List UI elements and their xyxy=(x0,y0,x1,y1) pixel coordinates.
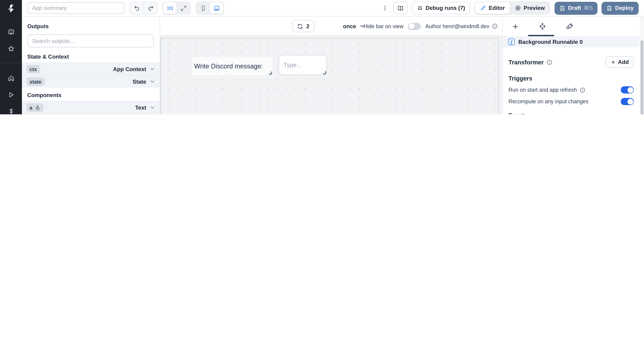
add-label: Add xyxy=(618,59,629,65)
editor-preview-switch: Editor Preview xyxy=(474,1,550,15)
preview-label: Preview xyxy=(524,5,545,11)
mobile-view-button[interactable] xyxy=(196,2,210,14)
outputs-panel: Outputs State & Context ctx App Context … xyxy=(22,16,160,114)
tab-editor[interactable]: Editor xyxy=(475,2,510,14)
favorites-star-icon[interactable] xyxy=(8,45,14,52)
selected-container-outline[interactable] xyxy=(160,38,499,114)
run-on-start-label: Run on start and app refresh xyxy=(508,87,577,93)
more-menu-icon[interactable] xyxy=(381,5,389,11)
author-label: Author henri@windmill.dev xyxy=(425,23,489,29)
runs-play-icon[interactable] xyxy=(8,91,14,98)
redo-button[interactable] xyxy=(144,2,158,14)
state-context-title: State & Context xyxy=(22,49,160,62)
add-transformer-button[interactable]: Add xyxy=(606,56,634,68)
draft-label: Draft xyxy=(568,5,581,11)
chevron-down-icon xyxy=(149,79,155,84)
inspector-tabs xyxy=(503,16,640,36)
run-on-start-row: Run on start and app refresh xyxy=(508,86,634,94)
docs-book-button[interactable] xyxy=(393,2,408,14)
undo-redo-group xyxy=(129,2,158,14)
desktop-view-button[interactable] xyxy=(210,2,223,14)
output-row-a[interactable]: a Text xyxy=(22,101,160,114)
deploy-label: Deploy xyxy=(615,5,634,11)
run-on-start-toggle[interactable] xyxy=(621,86,634,94)
apps-icon[interactable] xyxy=(8,28,14,36)
components-title: Components xyxy=(22,88,160,101)
info-icon xyxy=(492,23,498,29)
hide-bar-toggle[interactable] xyxy=(408,23,421,30)
pen-icon xyxy=(480,5,486,11)
resize-handle[interactable] xyxy=(323,71,326,74)
canvas-toolbar: 2 once Hide bar on view Author henri@win… xyxy=(160,16,502,36)
outputs-title: Outputs xyxy=(27,23,49,30)
deploy-button[interactable]: Deploy xyxy=(602,2,639,14)
app-window: Debug runs (7) Editor Preview Draft ⌘S xyxy=(0,0,644,114)
frequency-dropdown[interactable]: once xyxy=(343,20,365,32)
hide-bar-label: Hide bar on view xyxy=(364,23,404,29)
selected-runnable-title: Background Runnable 0 xyxy=(518,39,582,45)
search-outputs-input[interactable] xyxy=(27,34,154,48)
variables-dollar-icon[interactable] xyxy=(8,108,14,114)
recompute-row: Recompute on any input changes xyxy=(508,98,634,105)
refresh-count: 2 xyxy=(306,23,310,29)
refresh-icon xyxy=(297,23,303,29)
ctx-badge[interactable]: ctx xyxy=(26,65,40,73)
output-row-b[interactable]: b Text Input xyxy=(22,114,160,114)
text-input-component[interactable]: Type... xyxy=(278,55,327,75)
a-badge[interactable]: a xyxy=(26,103,44,112)
triggers-title: Triggers xyxy=(508,75,634,82)
state-badge[interactable]: state xyxy=(26,77,45,86)
info-icon xyxy=(546,59,552,65)
selected-runnable-header: f Background Runnable 0 xyxy=(503,36,640,48)
function-icon: f xyxy=(508,38,515,45)
device-toggle-group xyxy=(196,1,224,15)
inspector-panel: f Background Runnable 0 Transformer Add … xyxy=(502,16,640,114)
topbar-actions: Debug runs (7) Editor Preview Draft ⌘S xyxy=(381,1,639,15)
frequency-value: once xyxy=(343,23,356,29)
output-row-ctx[interactable]: ctx App Context xyxy=(22,62,160,75)
scrollbar[interactable] xyxy=(640,16,644,114)
undo-button[interactable] xyxy=(130,2,144,14)
output-row-state[interactable]: state State xyxy=(22,75,160,88)
rail-divider xyxy=(0,62,22,63)
state-type: State xyxy=(132,78,146,85)
app-summary-input[interactable] xyxy=(27,2,125,14)
left-icon-rail xyxy=(0,0,22,114)
tab-insert-plus-icon[interactable] xyxy=(512,23,519,30)
app-canvas[interactable]: Write Discord message: Type... Press me … xyxy=(160,36,502,114)
a-type: Text xyxy=(135,104,146,111)
top-toolbar: Debug runs (7) Editor Preview Draft ⌘S xyxy=(22,0,644,16)
debug-runs-label: Debug runs (7) xyxy=(426,5,465,11)
text-component[interactable]: Write Discord message: xyxy=(192,57,272,75)
chevron-down-icon xyxy=(149,66,155,72)
scrollbar-thumb[interactable] xyxy=(640,40,644,114)
draft-button[interactable]: Draft ⌘S xyxy=(554,2,598,14)
chevron-down-icon xyxy=(149,105,155,110)
events-title: Events xyxy=(508,112,634,114)
save-icon xyxy=(560,5,565,11)
plus-icon xyxy=(610,60,616,65)
recompute-label: Recompute on any input changes xyxy=(508,98,588,105)
center-align-button[interactable] xyxy=(163,2,177,14)
ctx-type: App Context xyxy=(113,66,146,72)
editor-label: Editor xyxy=(489,5,505,11)
resize-handle[interactable] xyxy=(269,72,272,75)
pointer-hand-icon xyxy=(35,105,40,110)
home-icon[interactable] xyxy=(8,75,14,82)
tab-preview[interactable]: Preview xyxy=(510,2,550,14)
windmill-logo-icon[interactable] xyxy=(6,4,16,14)
active-tab-underline xyxy=(528,35,554,36)
recompute-toggle[interactable] xyxy=(621,98,634,105)
draft-shortcut: ⌘S xyxy=(584,5,593,11)
text-component-label: Write Discord message: xyxy=(194,62,263,70)
transformer-title: Transformer xyxy=(508,59,544,66)
expand-canvas-button[interactable] xyxy=(177,2,190,14)
layout-tools-group xyxy=(162,1,191,15)
save-icon xyxy=(606,5,612,11)
text-input-placeholder: Type... xyxy=(284,62,302,68)
tab-settings-component-icon[interactable] xyxy=(538,22,546,30)
refresh-count-button[interactable]: 2 xyxy=(292,20,314,32)
preview-eye-icon xyxy=(515,5,521,11)
tab-theme-brush-icon[interactable] xyxy=(566,23,573,30)
debug-runs-button[interactable]: Debug runs (7) xyxy=(412,2,470,14)
